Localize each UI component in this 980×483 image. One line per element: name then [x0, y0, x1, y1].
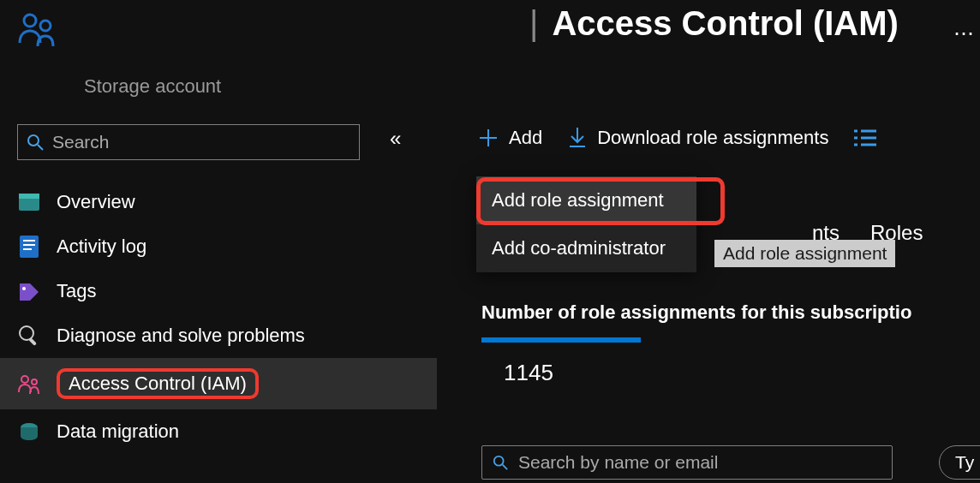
- sidebar-item-diagnose[interactable]: Diagnose and solve problems: [0, 313, 437, 358]
- sidebar-item-activity-log[interactable]: Activity log: [0, 224, 437, 269]
- toolbar-list-button[interactable]: [854, 129, 876, 146]
- svg-rect-7: [23, 240, 35, 242]
- toolbar-add-label: Add: [509, 127, 542, 149]
- svg-point-11: [20, 326, 33, 340]
- svg-point-14: [32, 379, 37, 385]
- page-title: | Access Control (IAM): [529, 4, 899, 43]
- svg-rect-8: [23, 244, 35, 246]
- search-icon: [493, 455, 508, 470]
- svg-line-27: [503, 465, 507, 469]
- add-dropdown-menu: Add role assignment Add co-administrator: [476, 176, 696, 272]
- search-by-name-field[interactable]: [481, 445, 893, 480]
- toolbar-download-label: Download role assignments: [597, 127, 828, 149]
- overview-icon: [17, 190, 41, 214]
- add-co-administrator-item[interactable]: Add co-administrator: [476, 224, 696, 272]
- add-button[interactable]: Add: [478, 127, 542, 149]
- type-filter[interactable]: Ty: [939, 445, 980, 480]
- svg-point-13: [21, 376, 28, 383]
- diagnose-icon: [17, 324, 41, 348]
- sidebar-item-label: Data migration: [57, 420, 179, 443]
- more-icon[interactable]: ⋯: [953, 21, 976, 45]
- resource-type-label: Storage account: [84, 75, 221, 98]
- search-by-name-input[interactable]: [518, 452, 881, 473]
- svg-rect-9: [23, 248, 32, 250]
- collapse-icon[interactable]: «: [390, 127, 401, 151]
- sidebar-item-overview[interactable]: Overview: [0, 180, 437, 224]
- sidebar-item-tags[interactable]: Tags: [0, 269, 437, 313]
- download-icon: [568, 128, 587, 148]
- role-count-label: Number of role assignments for this subs…: [481, 301, 911, 324]
- list-icon: [854, 129, 876, 146]
- sidebar-item-label: Activity log: [57, 236, 146, 258]
- svg-rect-12: [28, 337, 37, 346]
- svg-rect-6: [20, 236, 39, 258]
- sidebar-item-label: Tags: [57, 280, 96, 302]
- plus-icon: [478, 128, 499, 148]
- svg-rect-5: [19, 194, 39, 199]
- sidebar-item-label: Overview: [57, 191, 135, 213]
- tab-assignments-partial[interactable]: nts: [812, 221, 840, 245]
- activity-log-icon: [17, 235, 41, 259]
- sidebar-nav: Overview Activity log Tags Diagnose and …: [0, 180, 437, 454]
- role-count-value: 1145: [504, 360, 553, 386]
- role-count-progress: [481, 337, 641, 343]
- sidebar-item-label: Diagnose and solve problems: [57, 325, 305, 347]
- sidebar-item-access-control[interactable]: Access Control (IAM): [0, 358, 437, 409]
- sidebar-search[interactable]: [17, 124, 360, 160]
- svg-point-2: [28, 135, 39, 146]
- tags-icon: [17, 279, 41, 303]
- svg-point-10: [22, 287, 26, 290]
- download-role-assignments-button[interactable]: Download role assignments: [568, 127, 828, 149]
- tab-roles[interactable]: Roles: [870, 221, 923, 245]
- svg-point-0: [24, 15, 36, 27]
- data-migration-icon: [17, 420, 41, 444]
- search-icon: [27, 134, 44, 151]
- sidebar-search-input[interactable]: [52, 132, 350, 152]
- access-control-icon: [17, 372, 41, 396]
- people-icon: [17, 9, 58, 53]
- svg-point-1: [40, 21, 51, 31]
- sidebar-item-data-migration[interactable]: Data migration: [0, 409, 437, 454]
- svg-point-26: [494, 456, 504, 466]
- svg-line-3: [38, 145, 43, 150]
- sidebar-item-label: Access Control (IAM): [57, 368, 259, 399]
- add-role-assignment-item[interactable]: Add role assignment: [476, 176, 696, 224]
